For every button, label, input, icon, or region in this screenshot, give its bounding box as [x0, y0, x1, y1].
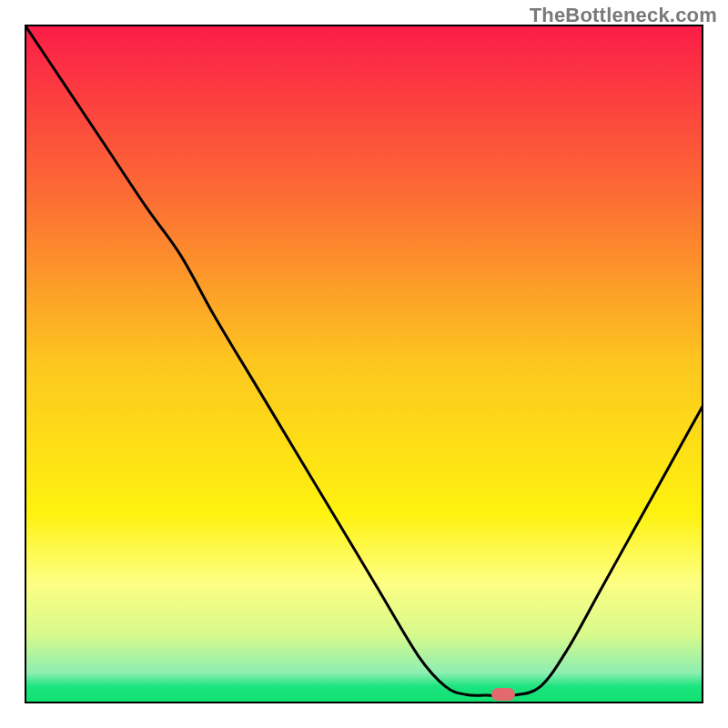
- optimum-marker: [491, 688, 515, 701]
- bottleneck-chart: [25, 25, 703, 703]
- plot-area: [25, 25, 703, 703]
- gradient-background: [25, 25, 703, 703]
- chart-stage: TheBottleneck.com: [0, 0, 728, 728]
